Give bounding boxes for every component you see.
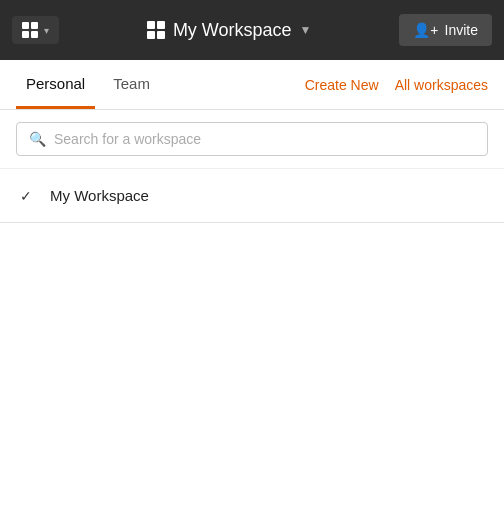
logo-chevron-icon: ▾ — [44, 25, 49, 36]
tab-team[interactable]: Team — [103, 61, 160, 109]
workspace-grid-icon — [147, 21, 165, 39]
workspace-name: My Workspace — [173, 20, 292, 41]
search-input[interactable] — [54, 131, 475, 147]
workspace-item-name: My Workspace — [50, 187, 149, 204]
workspace-item[interactable]: ✓ My Workspace — [0, 177, 504, 214]
logo-icon — [22, 22, 38, 38]
invite-button[interactable]: 👤+ Invite — [399, 14, 492, 46]
workspace-title-area: My Workspace ▼ — [67, 20, 391, 41]
workspace-dropdown-panel: Personal Team Create New All workspaces … — [0, 60, 504, 223]
all-workspaces-link[interactable]: All workspaces — [395, 77, 488, 93]
search-box: 🔍 — [16, 122, 488, 156]
logo-button[interactable]: ▾ — [12, 16, 59, 44]
check-icon: ✓ — [20, 188, 36, 204]
tab-personal[interactable]: Personal — [16, 61, 95, 109]
header: ▾ My Workspace ▼ 👤+ Invite — [0, 0, 504, 60]
workspace-list: ✓ My Workspace — [0, 169, 504, 222]
create-new-link[interactable]: Create New — [305, 77, 379, 93]
search-icon: 🔍 — [29, 131, 46, 147]
search-container: 🔍 — [0, 110, 504, 169]
invite-label: Invite — [445, 22, 478, 38]
workspace-dropdown-icon[interactable]: ▼ — [300, 23, 312, 37]
tabs-row: Personal Team Create New All workspaces — [0, 60, 504, 110]
invite-icon: 👤+ — [413, 22, 438, 38]
